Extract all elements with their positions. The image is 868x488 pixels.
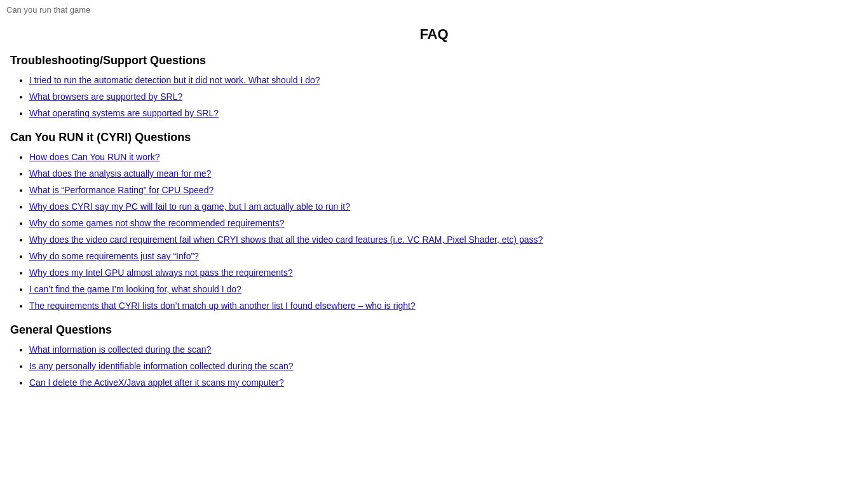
list-item: The requirements that CYRI lists don’t m… [29,301,858,311]
list-item: What browsers are supported by SRL? [29,92,858,102]
list-item: Can I delete the ActiveX/Java applet aft… [29,377,858,388]
section-heading-troubleshooting: Troubleshooting/Support Questions [10,54,858,67]
link-list-general: What information is collected during the… [10,344,858,388]
list-item: I tried to run the automatic detection b… [29,75,858,85]
faq-link[interactable]: Why does my Intel GPU almost always not … [29,268,293,278]
list-item: Why does the video card requirement fail… [29,234,858,245]
faq-link[interactable]: Why does CYRI say my PC will fail to run… [29,201,350,212]
faq-link[interactable]: What browsers are supported by SRL? [29,92,182,102]
list-item: What information is collected during the… [29,344,858,355]
faq-link[interactable]: What is “Performance Rating” for CPU Spe… [29,185,214,195]
faq-link[interactable]: What does the analysis actually mean for… [29,168,211,179]
list-item: Why does CYRI say my PC will fail to run… [29,201,858,212]
faq-link[interactable]: What operating systems are supported by … [29,108,219,118]
faq-link[interactable]: What information is collected during the… [29,344,211,355]
faq-link[interactable]: Can I delete the ActiveX/Java applet aft… [29,377,284,388]
faq-link[interactable]: I tried to run the automatic detection b… [29,75,320,85]
faq-link[interactable]: Why does the video card requirement fail… [29,234,543,245]
list-item: Why do some games not show the recommend… [29,218,858,228]
link-list-cyri: How does Can You RUN it work?What does t… [10,152,858,311]
list-item: Why do some requirements just say “Info”… [29,251,858,261]
list-item: What operating systems are supported by … [29,108,858,118]
faq-link[interactable]: Why do some requirements just say “Info”… [29,251,199,261]
list-item: Is any personally identifiable informati… [29,361,858,371]
link-list-troubleshooting: I tried to run the automatic detection b… [10,75,858,118]
faq-link[interactable]: The requirements that CYRI lists don’t m… [29,301,416,311]
section-cyri: Can You RUN it (CYRI) QuestionsHow does … [10,131,858,311]
logo-text: Can you run that game [6,5,90,15]
faq-link[interactable]: Why do some games not show the recommend… [29,218,285,228]
list-item: Why does my Intel GPU almost always not … [29,268,858,278]
list-item: How does Can You RUN it work? [29,152,858,162]
section-heading-cyri: Can You RUN it (CYRI) Questions [10,131,858,144]
section-heading-general: General Questions [10,323,858,337]
section-troubleshooting: Troubleshooting/Support QuestionsI tried… [10,54,858,118]
faq-link[interactable]: I can’t find the game I’m looking for, w… [29,284,241,294]
section-general: General QuestionsWhat information is col… [10,323,858,388]
page-title: FAQ [10,26,858,43]
faq-link[interactable]: Is any personally identifiable informati… [29,361,294,371]
header-logo: Can you run that game [0,0,868,20]
list-item: I can’t find the game I’m looking for, w… [29,284,858,294]
list-item: What does the analysis actually mean for… [29,168,858,179]
faq-link[interactable]: How does Can You RUN it work? [29,152,159,162]
list-item: What is “Performance Rating” for CPU Spe… [29,185,858,195]
